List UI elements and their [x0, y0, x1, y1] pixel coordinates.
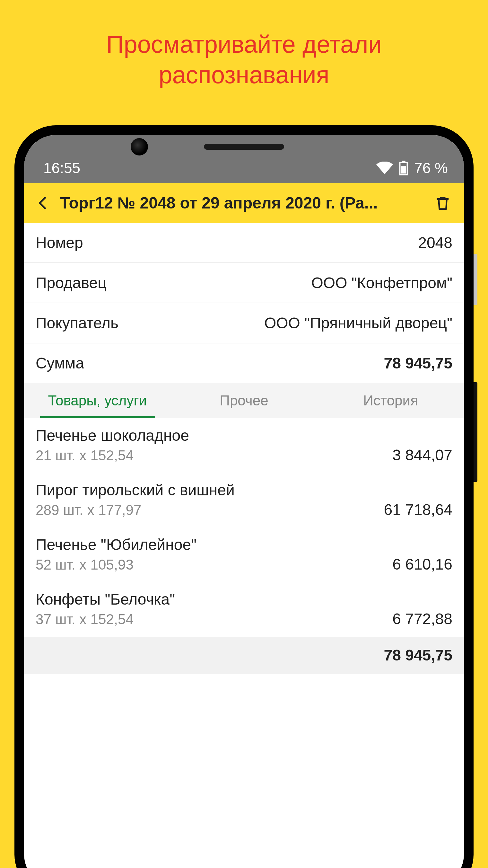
- total-row: 78 945,75: [24, 637, 464, 674]
- back-button[interactable]: [31, 191, 54, 215]
- info-value: ООО "Конфетпром": [311, 274, 452, 292]
- product-qty: 21 шт. x 152,54: [36, 447, 134, 464]
- info-row-sum[interactable]: Сумма 78 945,75: [24, 343, 464, 383]
- product-qty: 52 шт. x 105,93: [36, 557, 134, 573]
- info-row-buyer[interactable]: Покупатель ООО "Пряничный дворец": [24, 303, 464, 343]
- product-amount: 61 718,64: [384, 501, 452, 519]
- promo-line1: Просматривайте детали: [106, 31, 382, 58]
- info-row-seller[interactable]: Продавец ООО "Конфетпром": [24, 263, 464, 303]
- battery-icon: [399, 161, 409, 176]
- tab-label: История: [363, 393, 418, 409]
- product-amount: 6 610,16: [392, 555, 452, 573]
- info-value: 78 945,75: [384, 354, 452, 372]
- phone-speaker: [204, 144, 284, 150]
- info-value: 2048: [418, 234, 452, 251]
- status-time: 16:55: [43, 159, 80, 177]
- product-qty: 37 шт. x 152,54: [36, 611, 134, 627]
- product-amount: 3 844,07: [392, 446, 452, 464]
- svg-rect-2: [401, 166, 406, 174]
- info-value: ООО "Пряничный дворец": [264, 314, 452, 332]
- product-name: Пирог тирольский с вишней: [36, 481, 452, 499]
- product-row[interactable]: Печенье шоколадное 21 шт. x 152,54 3 844…: [24, 418, 464, 473]
- product-amount: 6 772,88: [392, 610, 452, 628]
- product-row[interactable]: Пирог тирольский с вишней 289 шт. x 177,…: [24, 473, 464, 527]
- info-row-number[interactable]: Номер 2048: [24, 223, 464, 263]
- product-name: Конфеты "Белочка": [36, 590, 452, 608]
- app-bar-title: Торг12 № 2048 от 29 апреля 2020 г. (Ра..…: [60, 194, 425, 212]
- tab-label: Товары, услуги: [48, 393, 147, 409]
- tab-label: Прочее: [220, 393, 268, 409]
- product-row[interactable]: Конфеты "Белочка" 37 шт. x 152,54 6 772,…: [24, 582, 464, 637]
- product-qty: 289 шт. x 177,97: [36, 502, 141, 518]
- delete-button[interactable]: [431, 191, 454, 215]
- status-right: 76 %: [376, 159, 448, 177]
- phone-frame: 16:55 76 % Торг12 № 2048: [14, 125, 474, 868]
- product-name: Печенье "Юбилейное": [36, 536, 452, 554]
- battery-text: 76 %: [414, 159, 448, 177]
- promo-title: Просматривайте детали распознавания: [0, 0, 488, 90]
- info-label: Сумма: [36, 354, 84, 372]
- phone-camera: [131, 138, 148, 155]
- tab-history[interactable]: История: [317, 383, 464, 418]
- phone-side-button-2: [474, 382, 478, 482]
- phone-screen: 16:55 76 % Торг12 № 2048: [24, 135, 464, 868]
- wifi-icon: [376, 162, 393, 175]
- tab-goods[interactable]: Товары, услуги: [24, 383, 171, 418]
- status-bar: 16:55 76 %: [24, 135, 464, 183]
- info-label: Номер: [36, 234, 83, 251]
- tabs: Товары, услуги Прочее История: [24, 383, 464, 418]
- content: Номер 2048 Продавец ООО "Конфетпром" Пок…: [24, 223, 464, 674]
- info-label: Покупатель: [36, 314, 119, 332]
- product-row[interactable]: Печенье "Юбилейное" 52 шт. x 105,93 6 61…: [24, 527, 464, 582]
- total-value: 78 945,75: [384, 647, 452, 664]
- product-name: Печенье шоколадное: [36, 427, 452, 444]
- tab-other[interactable]: Прочее: [171, 383, 318, 418]
- info-label: Продавец: [36, 274, 106, 292]
- phone-side-button-1: [474, 254, 478, 305]
- app-bar: Торг12 № 2048 от 29 апреля 2020 г. (Ра..…: [24, 183, 464, 223]
- promo-line2: распознавания: [159, 61, 329, 88]
